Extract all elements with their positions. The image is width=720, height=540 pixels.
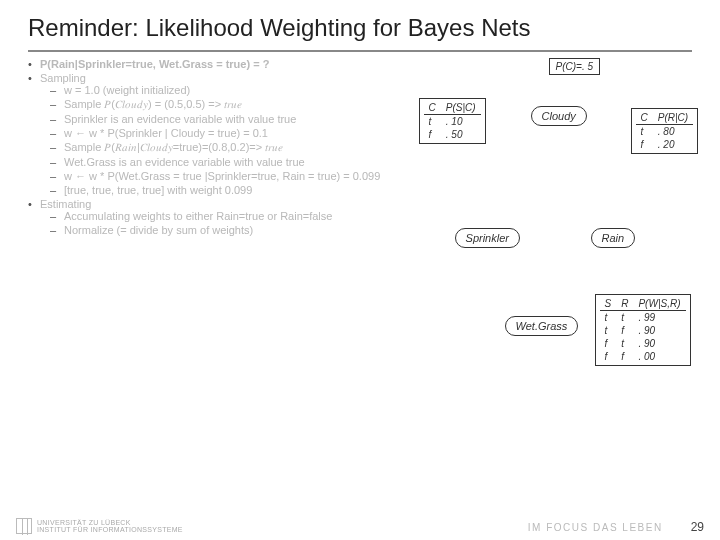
psc-r1c: t	[424, 114, 441, 128]
psc-r2c: f	[424, 128, 441, 141]
psc-r1p: . 10	[441, 114, 481, 128]
page-title: Reminder: Likelihood Weighting for Bayes…	[28, 14, 692, 52]
pwsr-r3r: t	[616, 337, 633, 350]
logo-icon	[16, 518, 32, 534]
est-normalize: Normalize (= divide by sum of weights)	[50, 224, 387, 236]
pwsr-hS: S	[600, 297, 617, 311]
bullet-formula: P(Rain|Sprinkler=true, Wet.Grass = true)…	[28, 58, 387, 70]
pwsr-hR: R	[616, 297, 633, 311]
pwsr-r2r: f	[616, 324, 633, 337]
step-sample-cloudy: Sample 𝑃(𝐶𝑙𝑜𝑢𝑑𝑦) = (0.5,0.5) => 𝑡𝑟𝑢𝑒	[50, 98, 387, 111]
slide: Reminder: Likelihood Weighting for Bayes…	[0, 0, 720, 540]
cpt-psc: C P(S|C) t. 10 f. 50	[419, 98, 486, 144]
pwsr-r2s: t	[600, 324, 617, 337]
query-formula: P(Rain|Sprinkler=true, Wet.Grass = true)…	[40, 58, 269, 70]
step-w-init: w = 1.0 (weight initialized)	[50, 84, 387, 96]
node-cloudy: Cloudy	[531, 106, 587, 126]
left-column: P(Rain|Sprinkler=true, Wet.Grass = true)…	[28, 58, 387, 238]
pwsr-r1p: . 99	[633, 310, 685, 324]
pwsr-hP: P(W|S,R)	[633, 297, 685, 311]
sampling-label: Sampling	[40, 72, 86, 84]
footer: UNIVERSITÄT ZU LÜBECK INSTITUT FÜR INFOR…	[0, 518, 720, 534]
logo-line1: UNIVERSITÄT ZU LÜBECK	[37, 519, 183, 526]
psc-hP: P(S|C)	[441, 101, 481, 115]
prc-r1c: t	[636, 124, 653, 138]
pwsr-r2p: . 90	[633, 324, 685, 337]
step-w-sprinkler: w ← w * P(Sprinkler | Cloudy = true) = 0…	[50, 127, 387, 139]
prc-hC: C	[636, 111, 653, 125]
pwsr-r1s: t	[600, 310, 617, 324]
step-result: [true, true, true, true] with weight 0.0…	[50, 184, 387, 196]
bayes-net-diagram: P(C)=. 5 Cloudy Sprinkler Rain Wet.Grass…	[393, 58, 692, 238]
psc-hC: C	[424, 101, 441, 115]
prc-r2c: f	[636, 138, 653, 151]
step-sample-rain: Sample 𝑃(𝑅𝑎𝑖𝑛|𝐶𝑙𝑜𝑢𝑑𝑦=true)=(0.8,0.2)=> 𝑡…	[50, 141, 387, 154]
est-accumulate: Accumulating weights to either Rain=true…	[50, 210, 387, 222]
node-wetgrass: Wet.Grass	[505, 316, 579, 336]
psc-r2p: . 50	[441, 128, 481, 141]
step-sprinkler-evidence: Sprinkler is an evidence variable with v…	[50, 113, 387, 125]
pwsr-r3p: . 90	[633, 337, 685, 350]
cpt-prc: C P(R|C) t. 80 f. 20	[631, 108, 699, 154]
bullet-sampling: Sampling w = 1.0 (weight initialized) Sa…	[28, 72, 387, 196]
pwsr-r4r: f	[616, 350, 633, 363]
pwsr-r1r: t	[616, 310, 633, 324]
logo-line2: INSTITUT FÜR INFORMATIONSSYSTEME	[37, 526, 183, 533]
pwsr-r4s: f	[600, 350, 617, 363]
cpt-pwsr: S R P(W|S,R) tt. 99 tf. 90 ft. 90 ff. 00	[595, 294, 691, 366]
step-w-wetgrass: w ← w * P(Wet.Grass = true |Sprinkler=tr…	[50, 170, 387, 182]
cpt-prior-c-header: P(C)=. 5	[556, 61, 594, 72]
node-rain: Rain	[591, 228, 636, 248]
prc-hP: P(R|C)	[653, 111, 693, 125]
pwsr-r4p: . 00	[633, 350, 685, 363]
estimating-label: Estimating	[40, 198, 91, 210]
cpt-prior-c: P(C)=. 5	[549, 58, 601, 75]
step-wetgrass-evidence: Wet.Grass is an evidence variable with v…	[50, 156, 387, 168]
prc-r2p: . 20	[653, 138, 693, 151]
body: P(Rain|Sprinkler=true, Wet.Grass = true)…	[28, 58, 692, 238]
pwsr-r3s: f	[600, 337, 617, 350]
bullet-estimating: Estimating Accumulating weights to eithe…	[28, 198, 387, 236]
footer-logo: UNIVERSITÄT ZU LÜBECK INSTITUT FÜR INFOR…	[16, 518, 183, 534]
footer-tagline: IM FOCUS DAS LEBEN	[528, 522, 663, 533]
prc-r1p: . 80	[653, 124, 693, 138]
node-sprinkler: Sprinkler	[455, 228, 520, 248]
page-number: 29	[691, 520, 704, 534]
